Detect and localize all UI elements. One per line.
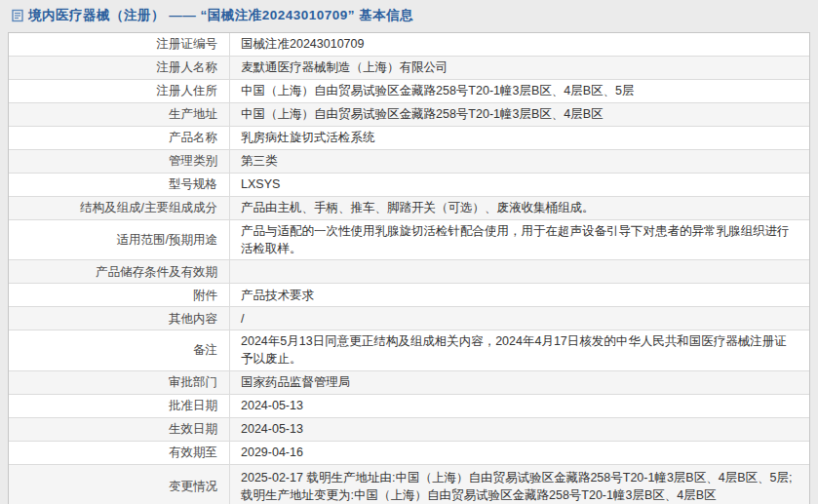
row-value: LXSYS bbox=[241, 175, 280, 193]
row-value: 产品技术要求 bbox=[241, 287, 314, 304]
table-row: 生效日期2024-05-13 bbox=[9, 418, 809, 442]
row-value: 中国（上海）自由贸易试验区金藏路258号T20-1幢3层B区、4层B区、5层 bbox=[241, 82, 635, 99]
row-value: 2025-02-17 载明生产地址由:中国（上海）自由贸易试验区金藏路258号T… bbox=[241, 469, 798, 504]
row-label: 批准日期 bbox=[169, 397, 217, 414]
row-value-cell: 中国（上海）自由贸易试验区金藏路258号T20-1幢3层B区、4层B区 bbox=[230, 103, 809, 126]
row-label-cell: 产品名称 bbox=[9, 127, 230, 149]
row-value: 国械注准20243010709 bbox=[241, 35, 364, 53]
row-value: 第三类 bbox=[241, 152, 278, 170]
table-row: 审批部门国家药品监督管理局 bbox=[9, 371, 809, 395]
row-label-cell: 适用范围/预期用途 bbox=[9, 220, 230, 259]
row-label: 产品储存条件及有效期 bbox=[96, 263, 217, 281]
row-label-cell: 结构及组成/主要组成成分 bbox=[9, 197, 230, 219]
row-label: 注册人名称 bbox=[157, 58, 218, 76]
table-row: 其他内容/ bbox=[9, 307, 809, 330]
table-row: 附件产品技术要求 bbox=[9, 284, 809, 307]
row-label-cell: 型号规格 bbox=[9, 174, 230, 196]
row-label: 生效日期 bbox=[169, 420, 217, 438]
table-row: 备注2024年5月13日同意更正结构及组成相关内容，2024年4月17日核发的中… bbox=[9, 330, 809, 370]
row-label: 变更情况 bbox=[169, 478, 217, 495]
row-label-cell: 其他内容 bbox=[9, 307, 230, 330]
row-value: 2024年5月13日同意更正结构及组成相关内容，2024年4月17日核发的中华人… bbox=[241, 332, 798, 368]
row-label: 结构及组成/主要组成成分 bbox=[80, 199, 217, 216]
row-value-cell: LXSYS bbox=[230, 174, 809, 196]
row-value-cell: 产品由主机、手柄、推车、脚踏开关（可选）、废液收集桶组成。 bbox=[230, 197, 809, 219]
row-label-cell: 注册证编号 bbox=[9, 33, 230, 56]
row-label: 生产地址 bbox=[169, 105, 217, 123]
table-row: 注册证编号国械注准20243010709 bbox=[9, 33, 809, 57]
table-row: 结构及组成/主要组成成分产品由主机、手柄、推车、脚踏开关（可选）、废液收集桶组成… bbox=[9, 197, 809, 220]
table-row: 注册人住所中国（上海）自由贸易试验区金藏路258号T20-1幢3层B区、4层B区… bbox=[9, 80, 809, 103]
row-label-cell: 备注 bbox=[9, 330, 230, 369]
row-label-cell: 批准日期 bbox=[9, 395, 230, 417]
row-label: 审批部门 bbox=[169, 373, 217, 391]
row-value-cell: 2024-05-13 bbox=[230, 418, 809, 441]
page-title: 境内医疗器械（注册） —— “国械注准20243010709” 基本信息 bbox=[28, 7, 413, 24]
row-value-cell: 2024-05-13 bbox=[230, 395, 809, 417]
row-value: 2024-05-13 bbox=[241, 397, 303, 414]
row-value: 2024-05-13 bbox=[241, 420, 303, 438]
row-value: 中国（上海）自由贸易试验区金藏路258号T20-1幢3层B区、4层B区 bbox=[241, 105, 604, 123]
row-value-cell: 麦默通医疗器械制造（上海）有限公司 bbox=[230, 57, 809, 79]
row-label: 产品名称 bbox=[169, 129, 217, 146]
row-label-cell: 审批部门 bbox=[9, 371, 230, 394]
row-value-cell: 国家药品监督管理局 bbox=[230, 371, 809, 394]
row-value-cell: 中国（上海）自由贸易试验区金藏路258号T20-1幢3层B区、4层B区、5层 bbox=[230, 80, 809, 102]
page-header: 境内医疗器械（注册） —— “国械注准20243010709” 基本信息 bbox=[0, 0, 818, 31]
row-label: 管理类别 bbox=[169, 152, 217, 170]
row-value-cell bbox=[230, 260, 809, 283]
row-label: 注册人住所 bbox=[157, 82, 218, 99]
row-value-cell: 国械注准20243010709 bbox=[230, 33, 809, 56]
table-row: 管理类别第三类 bbox=[9, 150, 809, 174]
row-label: 注册证编号 bbox=[157, 35, 218, 53]
row-label: 备注 bbox=[193, 341, 217, 359]
registration-info-table: 注册证编号国械注准20243010709注册人名称麦默通医疗器械制造（上海）有限… bbox=[8, 32, 810, 504]
row-value: 产品由主机、手柄、推车、脚踏开关（可选）、废液收集桶组成。 bbox=[241, 199, 595, 216]
row-label-cell: 有效期至 bbox=[9, 442, 230, 464]
row-label: 型号规格 bbox=[169, 175, 217, 193]
row-label-cell: 生产地址 bbox=[9, 103, 230, 126]
row-label-cell: 产品储存条件及有效期 bbox=[9, 260, 230, 283]
row-value: / bbox=[241, 310, 244, 328]
table-row: 批准日期2024-05-13 bbox=[9, 395, 809, 418]
table-row: 生产地址中国（上海）自由贸易试验区金藏路258号T20-1幢3层B区、4层B区 bbox=[9, 103, 809, 127]
row-label-cell: 附件 bbox=[9, 284, 230, 306]
table-row: 有效期至2029-04-16 bbox=[9, 442, 809, 465]
row-label: 适用范围/预期用途 bbox=[117, 231, 217, 249]
row-value: 产品与适配的一次性使用乳腺旋切活检针配合使用，用于在超声设备引导下对患者的异常乳… bbox=[241, 222, 798, 257]
row-label-cell: 注册人名称 bbox=[9, 57, 230, 79]
row-label-cell: 生效日期 bbox=[9, 418, 230, 441]
table-row: 产品名称乳房病灶旋切式活检系统 bbox=[9, 127, 809, 150]
row-label: 其他内容 bbox=[169, 310, 217, 328]
row-value-cell: / bbox=[230, 307, 809, 330]
row-label-cell: 注册人住所 bbox=[9, 80, 230, 102]
row-value: 乳房病灶旋切式活检系统 bbox=[241, 129, 375, 146]
device-registration-page: { "header": { "title": "境内医疗器械（注册） —— “国… bbox=[0, 0, 818, 504]
row-value: 国家药品监督管理局 bbox=[241, 373, 351, 391]
table-row: 变更情况2025-02-17 载明生产地址由:中国（上海）自由贸易试验区金藏路2… bbox=[9, 465, 809, 504]
table-row: 产品储存条件及有效期 bbox=[9, 260, 809, 284]
table-row: 注册人名称麦默通医疗器械制造（上海）有限公司 bbox=[9, 57, 809, 80]
row-value-cell: 2025-02-17 载明生产地址由:中国（上海）自由贸易试验区金藏路258号T… bbox=[230, 465, 809, 504]
row-value: 麦默通医疗器械制造（上海）有限公司 bbox=[241, 58, 448, 76]
row-label-cell: 变更情况 bbox=[9, 465, 230, 504]
row-label-cell: 管理类别 bbox=[9, 150, 230, 173]
row-value: 2029-04-16 bbox=[241, 444, 303, 461]
table-row: 适用范围/预期用途产品与适配的一次性使用乳腺旋切活检针配合使用，用于在超声设备引… bbox=[9, 220, 809, 260]
row-label: 附件 bbox=[193, 287, 217, 304]
row-value-cell: 乳房病灶旋切式活检系统 bbox=[230, 127, 809, 149]
document-icon bbox=[11, 9, 24, 22]
row-value-cell: 2024年5月13日同意更正结构及组成相关内容，2024年4月17日核发的中华人… bbox=[230, 330, 809, 369]
row-value-cell: 产品与适配的一次性使用乳腺旋切活检针配合使用，用于在超声设备引导下对患者的异常乳… bbox=[230, 220, 809, 259]
table-row: 型号规格LXSYS bbox=[9, 174, 809, 197]
row-value-cell: 产品技术要求 bbox=[230, 284, 809, 306]
row-value-cell: 2029-04-16 bbox=[230, 442, 809, 464]
row-value-cell: 第三类 bbox=[230, 150, 809, 173]
row-label: 有效期至 bbox=[169, 444, 217, 461]
